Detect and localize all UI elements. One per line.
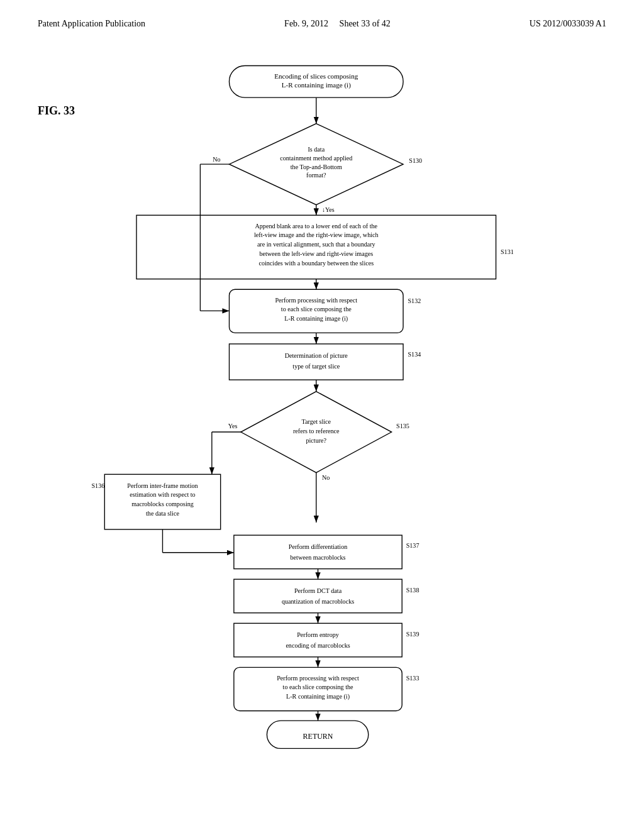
page: Patent Application Publication Feb. 9, 2… (0, 0, 644, 830)
svg-text:No: No (213, 156, 220, 163)
svg-text:S133: S133 (406, 675, 419, 682)
svg-text:Perform processing with respec: Perform processing with respect (275, 297, 357, 304)
svg-text:S131: S131 (501, 248, 514, 255)
svg-text:picture?: picture? (306, 437, 326, 444)
svg-rect-51 (234, 535, 402, 568)
svg-text:S137: S137 (406, 542, 419, 549)
svg-text:between the left-view and righ: between the left-view and right-view ima… (259, 250, 373, 257)
svg-text:refers to reference: refers to reference (293, 428, 340, 434)
svg-text:Append blank area to a lower e: Append blank area to a lower end of each… (255, 223, 378, 230)
svg-text:S139: S139 (406, 631, 419, 638)
svg-text:macroblocks composing: macroblocks composing (131, 501, 194, 507)
svg-text:↓Yes: ↓Yes (322, 206, 335, 213)
svg-text:Perform processing with respec: Perform processing with respect (277, 675, 359, 682)
svg-rect-61 (234, 623, 402, 656)
svg-text:Perform differentiation: Perform differentiation (289, 543, 347, 550)
diagram-area: FIG. 33 Encoding of slices composing L-R… (38, 54, 606, 796)
svg-text:L-R containing image (i): L-R containing image (i) (284, 315, 348, 323)
svg-text:L-R containing image (i): L-R containing image (i) (286, 693, 350, 700)
svg-rect-56 (234, 579, 402, 612)
header-date: Feb. 9, 2012 (284, 19, 328, 28)
svg-text:between macroblocks: between macroblocks (291, 554, 346, 561)
svg-text:type of target slice: type of target slice (292, 363, 340, 370)
header-patent-number: US 2012/0033039 A1 (530, 19, 606, 29)
svg-text:the data slice: the data slice (146, 510, 179, 517)
svg-text:L-R containing image (i): L-R containing image (i) (282, 81, 351, 89)
header-date-sheet: Feb. 9, 2012 Sheet 33 of 42 (284, 19, 391, 29)
svg-text:S130: S130 (409, 157, 422, 164)
svg-text:S132: S132 (408, 297, 421, 304)
svg-text:to each slice composing the: to each slice composing the (283, 683, 353, 690)
svg-text:S135: S135 (396, 423, 409, 429)
svg-text:containment method applied: containment method applied (280, 155, 352, 162)
svg-text:estimation with respect to: estimation with respect to (130, 491, 195, 498)
svg-text:format?: format? (306, 172, 326, 179)
svg-text:Determination of picture: Determination of picture (285, 352, 348, 359)
svg-text:Encoding of slices composing: Encoding of slices composing (274, 72, 358, 80)
svg-text:Perform inter-frame motion: Perform inter-frame motion (127, 482, 197, 489)
svg-text:the Top-and-Bottom: the Top-and-Bottom (291, 163, 342, 170)
svg-text:left-view image and the right-: left-view image and the right-view image… (254, 231, 379, 238)
fig-label: FIG. 33 (38, 104, 75, 118)
svg-text:are in vertical alignment, suc: are in vertical alignment, such that a b… (257, 241, 376, 248)
svg-text:RETURN: RETURN (303, 732, 333, 741)
header-publication: Patent Application Publication (38, 19, 145, 29)
header-sheet: Sheet 33 of 42 (340, 19, 391, 28)
svg-text:S134: S134 (408, 351, 421, 358)
svg-text:S136: S136 (91, 482, 104, 489)
svg-text:No: No (322, 474, 330, 481)
svg-text:quantization of macroblocks: quantization of macroblocks (282, 598, 354, 605)
svg-text:to each slice composing the: to each slice composing the (281, 306, 352, 313)
page-header: Patent Application Publication Feb. 9, 2… (38, 19, 606, 29)
svg-text:encoding of marcoblocks: encoding of marcoblocks (286, 642, 350, 649)
svg-text:Target slice: Target slice (301, 418, 331, 425)
svg-text:S138: S138 (406, 587, 419, 594)
svg-text:Is data: Is data (308, 146, 325, 153)
svg-text:Perform DCT data: Perform DCT data (294, 587, 342, 594)
flowchart: Encoding of slices composing L-R contain… (52, 54, 592, 796)
svg-text:Perform entropy: Perform entropy (297, 631, 340, 638)
svg-text:Yes: Yes (228, 423, 238, 429)
svg-rect-28 (230, 344, 404, 380)
svg-text:coincides with a boundary betw: coincides with a boundary between the sl… (258, 260, 374, 267)
